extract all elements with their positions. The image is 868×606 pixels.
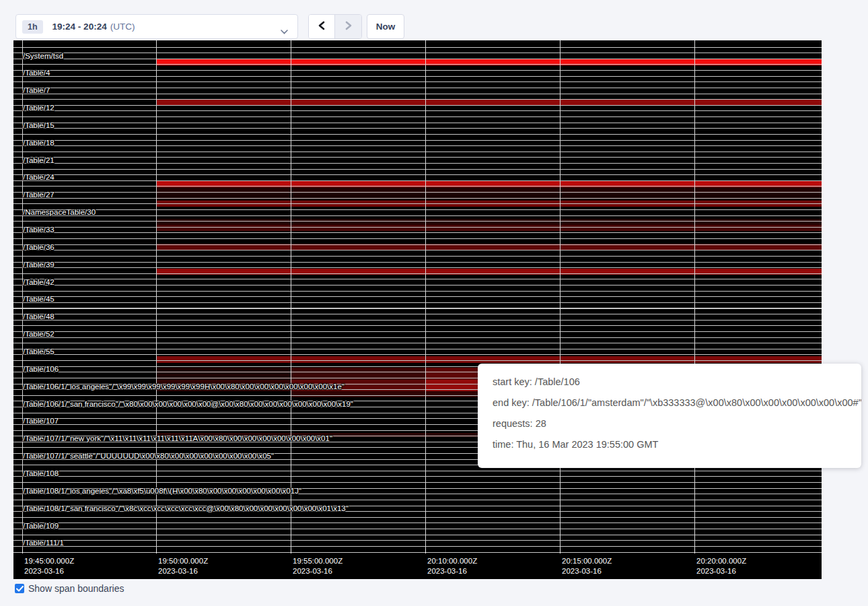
previous-interval-button[interactable] xyxy=(309,15,335,38)
tooltip-line: start key: /Table/106 xyxy=(493,375,846,389)
row-label: /Table/106/1/"los angeles"/"\x99\x99\x99… xyxy=(23,382,345,391)
axis-date-text: 2023-03-16 xyxy=(562,566,612,576)
axis-time-label: 20:20:00.000Z2023-03-16 xyxy=(696,556,746,576)
row-label: /System/tsd xyxy=(23,52,63,61)
row-label: /Table/109 xyxy=(23,522,59,531)
next-interval-button[interactable] xyxy=(335,15,361,38)
row-label: /Table/42 xyxy=(23,278,55,287)
now-button[interactable]: Now xyxy=(367,14,404,39)
heatmap-tooltip: start key: /Table/106end key: /Table/106… xyxy=(478,364,861,468)
axis-tick xyxy=(156,549,157,553)
axis-time-label: 20:10:00.000Z2023-03-16 xyxy=(427,556,477,576)
key-visualizer-heatmap[interactable]: /System/tsd/Table/4/Table/7/Table/12/Tab… xyxy=(13,40,822,579)
row-label: /Table/4 xyxy=(23,69,50,77)
row-label: /Table/15 xyxy=(23,121,55,130)
axis-tick xyxy=(560,549,560,553)
axis-time-label: 19:45:00.000Z2023-03-16 xyxy=(24,556,74,576)
row-label: /Table/108/1/"los angeles"/"\xa8\xf5\u00… xyxy=(23,487,301,496)
row-label: /Table/36 xyxy=(23,243,55,252)
axis-date-text: 2023-03-16 xyxy=(24,566,74,576)
row-label: /Table/18 xyxy=(23,139,55,147)
axis-time-text: 19:55:00.000Z xyxy=(293,556,342,566)
row-label: /Table/45 xyxy=(23,295,55,304)
checkmark-icon xyxy=(16,582,24,595)
time-range-picker[interactable]: 1h 19:24 - 20:24 (UTC) xyxy=(15,14,298,39)
row-label: /Table/33 xyxy=(23,226,55,234)
axis-time-text: 20:15:00.000Z xyxy=(562,556,612,566)
axis-time-text: 19:50:00.000Z xyxy=(158,556,208,566)
tooltip-line: requests: 28 xyxy=(493,417,846,430)
tooltip-line: end key: /Table/106/1/"amsterdam"/"\xb33… xyxy=(493,396,846,409)
row-label: /Table/55 xyxy=(23,347,55,356)
time-axis: 19:45:00.000Z2023-03-1619:50:00.000Z2023… xyxy=(13,553,822,579)
axis-date-text: 2023-03-16 xyxy=(427,566,477,576)
row-label: /Table/108 xyxy=(23,469,59,478)
axis-time-label: 19:50:00.000Z2023-03-16 xyxy=(158,556,208,576)
row-label: /Table/48 xyxy=(23,312,55,321)
row-labels-layer: /System/tsd/Table/4/Table/7/Table/12/Tab… xyxy=(13,40,822,553)
row-label: /Table/111/1 xyxy=(23,539,64,547)
row-label: /Table/106 xyxy=(23,365,59,374)
row-label: /Table/24 xyxy=(23,173,55,182)
row-label: /Table/27 xyxy=(23,191,55,199)
axis-tick xyxy=(22,549,23,553)
row-label: /Table/107/1/"new york"/"\x11\x11\x11\x1… xyxy=(23,434,332,443)
show-span-boundaries-checkbox[interactable] xyxy=(15,584,24,593)
axis-date-text: 2023-03-16 xyxy=(696,566,746,576)
row-label: /NamespaceTable/30 xyxy=(23,208,96,217)
chevron-right-icon xyxy=(345,21,353,32)
row-label: /Table/107 xyxy=(23,417,59,426)
axis-tick xyxy=(425,549,426,553)
row-label: /Table/12 xyxy=(23,104,55,112)
axis-tick xyxy=(694,549,695,553)
axis-time-label: 19:55:00.000Z2023-03-16 xyxy=(293,556,342,576)
axis-time-text: 20:10:00.000Z xyxy=(427,556,477,566)
axis-tick xyxy=(291,549,291,553)
row-label: /Table/107/1/"seattle"/"UUUUUUD\x00\x80\… xyxy=(23,452,274,461)
row-label: /Table/21 xyxy=(23,156,55,165)
show-span-boundaries-label: Show span boundaries xyxy=(28,583,124,594)
row-label: /Table/7 xyxy=(23,86,50,95)
row-label: /Table/39 xyxy=(23,261,55,269)
time-range-duration-badge: 1h xyxy=(22,20,43,34)
axis-date-text: 2023-03-16 xyxy=(293,566,342,576)
axis-date-text: 2023-03-16 xyxy=(158,566,208,576)
tooltip-line: time: Thu, 16 Mar 2023 19:55:00 GMT xyxy=(493,438,846,451)
axis-time-label: 20:15:00.000Z2023-03-16 xyxy=(562,556,612,576)
chevron-left-icon xyxy=(318,21,326,32)
time-range-timezone: (UTC) xyxy=(110,22,135,32)
chevron-down-icon xyxy=(281,25,288,37)
axis-time-text: 19:45:00.000Z xyxy=(24,556,74,566)
time-range-value: 19:24 - 20:24 xyxy=(52,22,107,32)
row-label: /Table/52 xyxy=(23,330,55,339)
axis-time-text: 20:20:00.000Z xyxy=(696,556,746,566)
row-label: /Table/106/1/"san francisco"/"\x80\x00\x… xyxy=(23,400,353,409)
row-label: /Table/108/1/"san francisco"/"\x8c\xcc\x… xyxy=(23,504,349,513)
footer-controls: Show span boundaries xyxy=(15,583,124,594)
time-nav-group xyxy=(308,14,362,39)
